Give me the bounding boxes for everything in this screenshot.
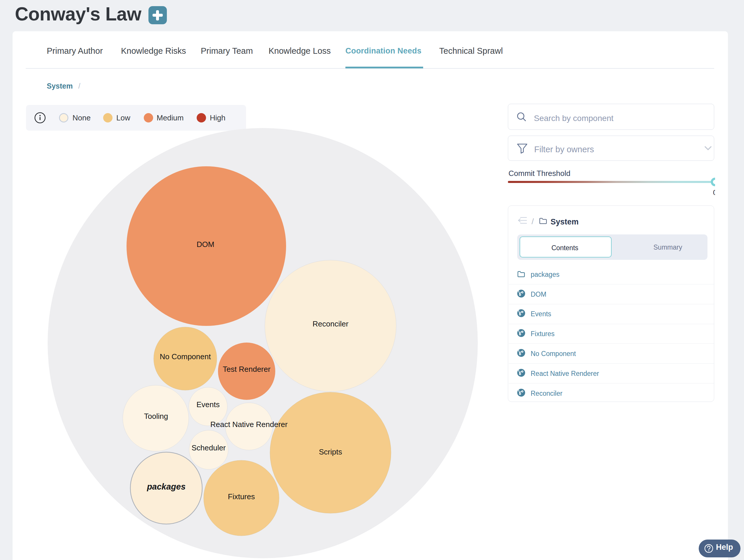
svg-text:Scheduler: Scheduler: [191, 443, 226, 452]
svg-text:React Native Renderer: React Native Renderer: [211, 420, 288, 429]
svg-text:Tooling: Tooling: [144, 412, 168, 420]
svg-text:Scripts: Scripts: [319, 447, 342, 456]
svg-text:DOM: DOM: [197, 240, 215, 249]
svg-text:Test Renderer: Test Renderer: [223, 365, 271, 374]
svg-text:packages: packages: [147, 482, 186, 491]
svg-text:Reconciler: Reconciler: [313, 320, 348, 328]
svg-text:No Component: No Component: [160, 352, 211, 361]
svg-text:Events: Events: [196, 400, 220, 409]
svg-text:Fixtures: Fixtures: [228, 492, 255, 501]
